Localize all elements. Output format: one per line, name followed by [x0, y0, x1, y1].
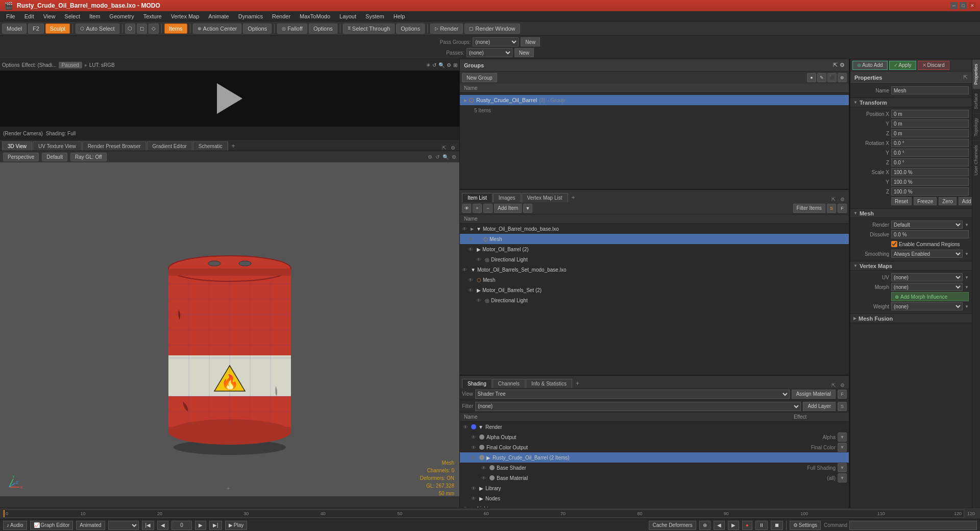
- item-row[interactable]: 👁 ⬡ Mesh: [460, 275, 849, 285]
- side-tab-surface[interactable]: Surface: [972, 89, 980, 113]
- play-btn[interactable]: ▶ Play: [225, 521, 247, 530]
- add-layer-btn[interactable]: Add Layer: [803, 402, 836, 411]
- add-viewport-tab-btn[interactable]: +: [229, 141, 238, 151]
- minimize-btn[interactable]: ─: [950, 2, 958, 9]
- vp-icon1[interactable]: ⚙: [428, 154, 432, 160]
- menu-maxtomode[interactable]: MaxToModo: [296, 12, 334, 20]
- animated-select[interactable]: [108, 521, 139, 530]
- item-eye-btn[interactable]: 👁: [462, 204, 471, 213]
- rec-btn[interactable]: ●: [742, 521, 752, 530]
- enable-cmd-check[interactable]: [891, 241, 897, 247]
- morph-select[interactable]: (none): [891, 283, 963, 291]
- tab-images[interactable]: Images: [493, 193, 521, 202]
- scale-y-value[interactable]: 100.0 %: [891, 178, 969, 186]
- apply-btn[interactable]: ✓ Apply: [889, 61, 916, 70]
- zero-btn[interactable]: Zero: [939, 197, 957, 205]
- pass-groups-select[interactable]: (none): [473, 37, 519, 46]
- audio-btn[interactable]: ♪ Audio: [3, 521, 27, 530]
- item-row[interactable]: 👁 ◎ Directional Light: [460, 254, 849, 264]
- cache-deformers-btn[interactable]: Cache Deformers: [649, 521, 696, 530]
- options-btn3[interactable]: Options: [396, 23, 425, 34]
- shading-row[interactable]: 👁 ▶ Nodes: [460, 493, 849, 503]
- shading-row[interactable]: 👁 Base Material (all) ▼: [460, 473, 849, 483]
- add-transform-btn[interactable]: Add: [959, 197, 972, 205]
- item-row[interactable]: 👁 ▶ Motor_Oil_Barrels_Set (2): [460, 285, 849, 295]
- groups-settings-icon[interactable]: ⚙: [840, 62, 845, 68]
- go-start-btn[interactable]: |◀: [142, 521, 155, 530]
- rot-x-value[interactable]: 0.0 °: [891, 139, 969, 147]
- groups-icon4[interactable]: ⊕: [838, 73, 847, 82]
- menu-system[interactable]: System: [361, 12, 388, 20]
- viewport-settings-btn[interactable]: ⚙: [449, 145, 457, 151]
- menu-animate[interactable]: Animate: [204, 12, 233, 20]
- pos-y-value[interactable]: 0 m: [891, 119, 969, 128]
- preview-icon5[interactable]: ⊞: [453, 62, 457, 68]
- scale-z-value[interactable]: 100.0 %: [891, 187, 969, 196]
- add-item-dropdown[interactable]: ▼: [523, 204, 532, 213]
- menu-help[interactable]: Help: [389, 12, 409, 20]
- shading-settings-btn[interactable]: ⚙: [838, 382, 847, 388]
- freeze-btn[interactable]: Freeze: [914, 197, 937, 205]
- scale-x-value[interactable]: 100.0 %: [891, 168, 969, 176]
- sculpt-btn[interactable]: Sculpt: [45, 23, 70, 34]
- discard-btn[interactable]: ✕ Discard: [918, 61, 949, 70]
- tab-vertex-map[interactable]: Vertex Map List: [522, 193, 568, 202]
- preview-icon1[interactable]: ✳: [426, 62, 430, 68]
- auto-add-btn[interactable]: ⊕ Auto Add: [852, 61, 888, 70]
- menu-vertex-map[interactable]: Vertex Map: [167, 12, 204, 20]
- menu-view[interactable]: View: [39, 12, 60, 20]
- shading-row[interactable]: 👁 ▶ Rusty_Crude_Oil_Barrel (2 Items): [460, 452, 849, 463]
- shading-row[interactable]: 👁 ▶ Library: [460, 483, 849, 493]
- pos-x-value[interactable]: 0 m: [891, 110, 969, 118]
- menu-render[interactable]: Render: [268, 12, 295, 20]
- vp-icon4[interactable]: ⚙: [452, 154, 456, 160]
- tab-item-list[interactable]: Item List: [462, 193, 493, 202]
- prev-frame-btn[interactable]: ◀: [157, 521, 168, 530]
- menu-geometry[interactable]: Geometry: [105, 12, 138, 20]
- transport1[interactable]: ⊕: [699, 521, 710, 530]
- default-btn[interactable]: Default: [42, 153, 67, 161]
- preview-icon3[interactable]: 🔍: [438, 62, 445, 68]
- menu-edit[interactable]: Edit: [20, 12, 38, 20]
- shape2-btn[interactable]: ◻: [137, 23, 147, 34]
- tab-shading[interactable]: Shading: [462, 379, 492, 388]
- item-row[interactable]: 👁 ▼ Motor_Oil_Barrel_modo_base.lxo: [460, 224, 849, 234]
- f2-btn[interactable]: F2: [28, 23, 44, 34]
- transport3[interactable]: ▶: [728, 521, 739, 530]
- tab-3d-view[interactable]: 3D View: [2, 141, 32, 151]
- graph-editor-btn[interactable]: 📈 Graph Editor: [30, 521, 74, 530]
- assign-material-btn[interactable]: Assign Material: [792, 390, 836, 399]
- passes-new-btn[interactable]: New: [514, 48, 534, 57]
- go-end-btn[interactable]: ▶|: [209, 521, 222, 530]
- transform-section-header[interactable]: Transform: [850, 98, 972, 107]
- shading-expand-btn[interactable]: ⇱: [829, 382, 838, 388]
- uv-select[interactable]: (none): [891, 273, 963, 281]
- transport4[interactable]: ⏸: [755, 521, 768, 530]
- select-through-btn[interactable]: ⧖Select Through: [343, 23, 395, 34]
- weight-select[interactable]: (none): [891, 302, 963, 310]
- command-input[interactable]: [849, 521, 977, 530]
- side-tab-properties[interactable]: Properties: [972, 59, 980, 89]
- transport2[interactable]: ◀: [714, 521, 725, 530]
- menu-layout[interactable]: Layout: [335, 12, 360, 20]
- menu-select[interactable]: Select: [60, 12, 84, 20]
- pass-groups-new-btn[interactable]: New: [521, 37, 540, 46]
- menu-item[interactable]: Item: [85, 12, 104, 20]
- tab-channels[interactable]: Channels: [493, 379, 525, 388]
- vertex-maps-section-header[interactable]: Vertex Maps: [850, 261, 972, 271]
- add-morph-btn[interactable]: ⊕ Add Morph Influence: [891, 292, 969, 301]
- item-add-btn[interactable]: +: [473, 204, 482, 213]
- mesh-fusion-section-header[interactable]: Mesh Fusion: [850, 314, 972, 323]
- reset-btn[interactable]: Reset: [891, 197, 912, 205]
- shading-row[interactable]: 👁 Alpha Output Alpha ▼: [460, 432, 849, 442]
- menu-texture[interactable]: Texture: [139, 12, 166, 20]
- timeline-track[interactable]: 0 10 20 30 40 50 60 70 80 90 100 110 120: [3, 510, 964, 518]
- options-btn1[interactable]: Options: [243, 23, 272, 34]
- tab-gradient-editor[interactable]: Gradient Editor: [147, 141, 192, 151]
- view-type-btn[interactable]: Perspective: [3, 153, 39, 161]
- vp-icon2[interactable]: ↺: [435, 154, 439, 160]
- shading-row[interactable]: 👁 ▶ Lights: [460, 503, 849, 508]
- passes-select[interactable]: (none): [467, 48, 512, 57]
- side-tab-user-channels[interactable]: User Channels: [972, 140, 980, 180]
- shape1-btn[interactable]: ⬡: [125, 23, 135, 34]
